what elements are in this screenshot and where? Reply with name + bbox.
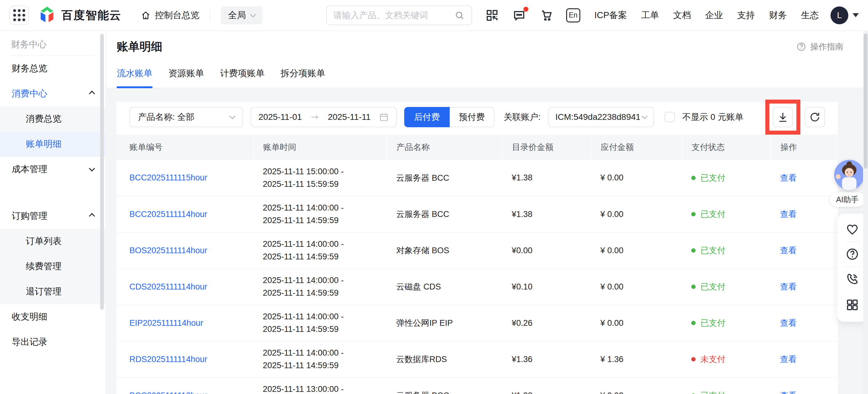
- sidebar-item-label: 消费中心: [12, 88, 47, 100]
- brand-logo-text: 百度智能云: [61, 8, 121, 23]
- sidebar-item-finance-overview[interactable]: 财务总览: [0, 56, 106, 81]
- sidebar-item-label: 导出记录: [12, 336, 47, 348]
- col-bill-time: 账单时间: [254, 134, 387, 160]
- bill-id-link[interactable]: BCC2025111115hour: [129, 173, 207, 182]
- ai-assistant-label: AI助手: [830, 192, 865, 207]
- sidebar-item-label: 财务总览: [12, 62, 47, 75]
- table-row: RDS2025111114hour 2025-11-11 14:00:00 -2…: [117, 341, 838, 377]
- page-scrollbar-thumb[interactable]: [864, 33, 867, 169]
- postpaid-button[interactable]: 后付费: [404, 107, 450, 127]
- product-select-value: 产品名称: 全部: [138, 111, 194, 123]
- status-badge: 已支付: [691, 245, 771, 256]
- catalog-amount: ¥0.00: [502, 232, 591, 269]
- tab-flow-bill[interactable]: 流水账单: [117, 67, 152, 88]
- bill-id-link[interactable]: BOS2025111114hour: [129, 246, 207, 255]
- cart-button[interactable]: [539, 8, 553, 23]
- date-range-picker[interactable]: 2025-11-01 2025-11-11: [250, 107, 397, 127]
- payable-amount: ¥ 0.00: [591, 160, 682, 196]
- baidu-cloud-logo-icon: [37, 6, 57, 25]
- product-name: 云磁盘 CDS: [387, 269, 502, 305]
- table-header-row: 账单编号 账单时间 产品名称 目录价金额 应付金额 支付状态 操作: [117, 134, 838, 160]
- language-en-label: En: [569, 11, 578, 19]
- region-selector[interactable]: 全局: [221, 6, 262, 24]
- search-icon[interactable]: [454, 10, 465, 21]
- linked-account-label: 关联账户:: [504, 111, 541, 123]
- tab-billing-item-bill[interactable]: 计费项账单: [220, 67, 265, 88]
- linked-account-select[interactable]: ICM:549da2238d8941...: [548, 107, 654, 127]
- product-name-select[interactable]: 产品名称: 全部: [129, 107, 243, 127]
- caret-down-icon: [852, 13, 859, 17]
- download-button[interactable]: [773, 107, 793, 127]
- sidebar-item-order-list[interactable]: 订单列表: [0, 229, 106, 254]
- product-name: 云服务器 BCC: [387, 196, 502, 232]
- view-link[interactable]: 查看: [780, 173, 797, 183]
- favorite-button[interactable]: [845, 222, 859, 236]
- tab-split-item-bill[interactable]: 拆分项账单: [281, 67, 325, 88]
- qr-code-button[interactable]: [485, 8, 499, 23]
- payable-amount: ¥ 1.36: [591, 341, 682, 377]
- view-link[interactable]: 查看: [780, 355, 797, 364]
- contact-button[interactable]: [845, 272, 859, 286]
- status-dot-icon: [691, 321, 695, 325]
- sidebar-item-consumption-overview[interactable]: 消费总览: [0, 107, 106, 131]
- sidebar-item-consumption-center[interactable]: 消费中心: [0, 81, 106, 107]
- nav-link-ecosystem[interactable]: 生态: [801, 9, 819, 22]
- sidebar-item-cost-management[interactable]: 成本管理: [0, 157, 106, 182]
- col-payment-status: 支付状态: [682, 134, 771, 160]
- nav-link-finance[interactable]: 财务: [769, 9, 787, 22]
- help-button[interactable]: [845, 247, 859, 261]
- ai-assistant-avatar[interactable]: [834, 160, 864, 190]
- apps-grid-button[interactable]: [9, 5, 29, 25]
- bill-id-link[interactable]: CDS2025111114hour: [129, 282, 207, 291]
- sidebar-section-title: 财务中心: [0, 38, 106, 51]
- nav-link-support[interactable]: 支持: [737, 9, 755, 22]
- tab-resource-bill[interactable]: 资源账单: [168, 67, 204, 88]
- bill-id-link[interactable]: RDS2025111114hour: [129, 355, 207, 364]
- page-scrollbar-track[interactable]: [863, 31, 868, 394]
- calendar-icon: [379, 112, 389, 122]
- search-input[interactable]: [334, 10, 450, 20]
- sidebar-item-export-records[interactable]: 导出记录: [0, 330, 106, 355]
- language-en-icon[interactable]: En: [566, 8, 580, 23]
- refresh-button[interactable]: [805, 107, 825, 127]
- nav-divider: [210, 10, 210, 21]
- home-icon: [141, 10, 151, 21]
- page-title: 账单明细: [117, 39, 162, 54]
- sidebar-item-income-expense[interactable]: 收支明细: [0, 304, 106, 330]
- nav-link-tickets[interactable]: 工单: [641, 9, 659, 22]
- sidebar-submenu-orders: 订单列表 续费管理 退订管理: [0, 229, 106, 304]
- col-catalog-amount: 目录价金额: [502, 134, 591, 160]
- view-link[interactable]: 查看: [780, 282, 797, 291]
- brand-logo[interactable]: 百度智能云: [37, 6, 121, 25]
- nav-link-icp[interactable]: ICP备案: [594, 9, 627, 22]
- qr-code-icon: [486, 9, 499, 22]
- more-apps-button[interactable]: [845, 298, 859, 312]
- postpaid-label: 后付费: [414, 111, 440, 123]
- view-link[interactable]: 查看: [780, 246, 797, 255]
- payable-amount: ¥ 0.00: [591, 377, 682, 394]
- view-link[interactable]: 查看: [780, 391, 797, 394]
- operation-guide-link[interactable]: 操作指南: [796, 41, 843, 52]
- avatar[interactable]: L: [831, 6, 848, 24]
- prepaid-button[interactable]: 预付费: [450, 107, 495, 127]
- nav-link-docs[interactable]: 文档: [673, 9, 691, 22]
- bill-id-link[interactable]: EIP2025111114hour: [129, 319, 203, 328]
- sidebar-item-renewal-management[interactable]: 续费管理: [0, 254, 106, 279]
- chevron-up-icon: [89, 213, 95, 219]
- view-link[interactable]: 查看: [780, 319, 797, 328]
- console-overview-link[interactable]: 控制台总览: [141, 9, 199, 22]
- hide-zero-checkbox[interactable]: [664, 112, 675, 122]
- table-row: EIP2025111114hour 2025-11-11 14:00:00 -2…: [117, 305, 838, 341]
- sidebar-item-bill-details[interactable]: 账单明细: [0, 131, 106, 157]
- messages-button[interactable]: [512, 8, 526, 23]
- bill-id-link[interactable]: BCC2025111114hour: [129, 210, 207, 219]
- sidebar-scrollbar-thumb[interactable]: [100, 34, 104, 310]
- sidebar-item-order-management[interactable]: 订购管理: [0, 204, 106, 229]
- nav-link-enterprise[interactable]: 企业: [705, 9, 723, 22]
- view-link[interactable]: 查看: [780, 210, 797, 219]
- sidebar-item-unsubscribe-management[interactable]: 退订管理: [0, 279, 106, 304]
- sidebar-item-label: 收支明细: [12, 311, 47, 323]
- bill-id-link[interactable]: BCC2025111113hour: [129, 391, 207, 394]
- account-menu[interactable]: L: [831, 6, 859, 24]
- hide-zero-label: 不显示 0 元账单: [682, 111, 744, 123]
